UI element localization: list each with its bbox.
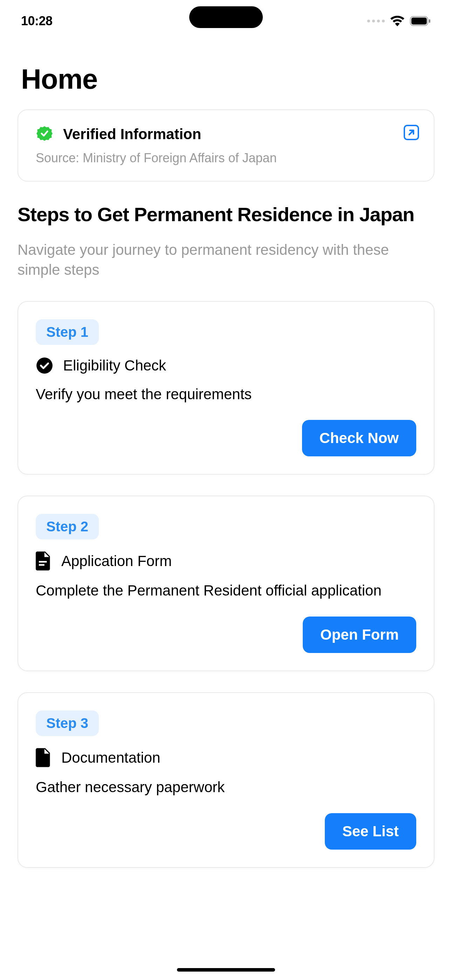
step-heading: Application Form bbox=[61, 553, 172, 570]
status-icons bbox=[367, 16, 431, 26]
svg-rect-6 bbox=[39, 564, 45, 566]
check-circle-icon bbox=[36, 357, 53, 374]
status-time: 10:28 bbox=[21, 14, 53, 29]
svg-rect-1 bbox=[411, 18, 427, 24]
section-title: Steps to Get Permanent Residence in Japa… bbox=[18, 203, 434, 226]
wifi-icon bbox=[390, 16, 404, 26]
verified-title: Verified Information bbox=[63, 126, 201, 143]
step-card-2: Step 2 Application Form Complete the Per… bbox=[18, 496, 434, 671]
dynamic-island bbox=[189, 6, 263, 28]
document-text-icon bbox=[36, 551, 51, 571]
battery-icon bbox=[410, 16, 431, 26]
step-card-3: Step 3 Documentation Gather necessary pa… bbox=[18, 692, 434, 868]
step-heading: Eligibility Check bbox=[63, 357, 166, 374]
status-bar: 10:28 bbox=[0, 0, 452, 42]
svg-point-4 bbox=[37, 358, 53, 374]
external-link-button[interactable] bbox=[403, 124, 420, 142]
step-description: Gather necessary paperwork bbox=[36, 777, 416, 798]
verified-source: Source: Ministry of Foreign Affairs of J… bbox=[36, 151, 416, 165]
cellular-signal-icon bbox=[367, 20, 385, 22]
external-link-icon bbox=[403, 124, 420, 141]
step-description: Verify you meet the requirements bbox=[36, 384, 416, 405]
svg-rect-2 bbox=[429, 19, 430, 23]
step-heading: Documentation bbox=[61, 749, 161, 766]
step-description: Complete the Permanent Resident official… bbox=[36, 581, 416, 601]
home-indicator[interactable] bbox=[177, 968, 275, 972]
verified-info-card: Verified Information Source: Ministry of… bbox=[18, 109, 434, 181]
step-badge: Step 3 bbox=[36, 711, 99, 736]
check-now-button[interactable]: Check Now bbox=[302, 420, 416, 457]
step-card-1: Step 1 Eligibility Check Verify you meet… bbox=[18, 301, 434, 475]
see-list-button[interactable]: See List bbox=[325, 813, 416, 850]
step-badge: Step 2 bbox=[36, 514, 99, 539]
step-badge: Step 1 bbox=[36, 319, 99, 345]
open-form-button[interactable]: Open Form bbox=[303, 617, 416, 653]
svg-rect-5 bbox=[39, 561, 47, 563]
page-title: Home bbox=[0, 42, 452, 109]
verified-badge-icon bbox=[36, 126, 53, 143]
section-subtitle: Navigate your journey to permanent resid… bbox=[18, 240, 434, 280]
document-icon bbox=[36, 748, 51, 767]
